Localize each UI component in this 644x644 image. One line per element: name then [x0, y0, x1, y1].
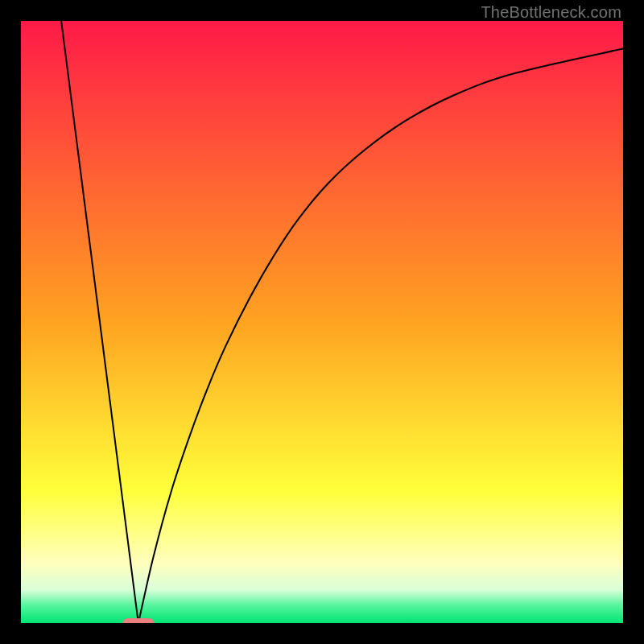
target-marker: [122, 618, 154, 623]
chart-background: [21, 21, 623, 623]
plot-frame: [21, 21, 623, 623]
bottleneck-chart: [21, 21, 623, 623]
watermark-text: TheBottleneck.com: [481, 3, 621, 22]
